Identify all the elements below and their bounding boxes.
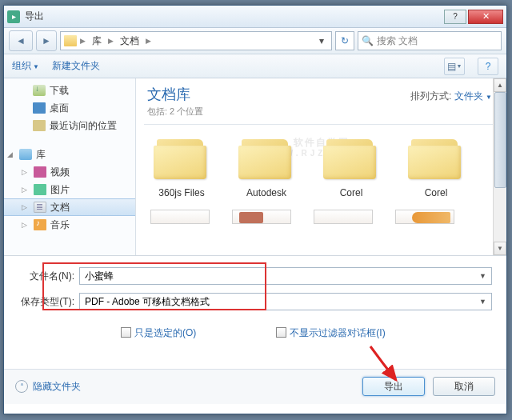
search-placeholder: 搜索 文档 <box>377 34 418 48</box>
no-filter-checkbox[interactable]: 不显示过滤器对话框(I) <box>276 326 385 340</box>
export-dialog: ▸ 导出 ? ✕ ◄ ► ▶ 库 ▶ 文档 ▶ ▾ ↻ 🔍 搜索 文档 组织▼ … <box>3 5 507 414</box>
sidebar-item-pictures[interactable]: ▷图片 <box>4 181 135 198</box>
chevron-right-icon: ▶ <box>80 37 86 45</box>
toolbar: 组织▼ 新建文件夹 ▤▼ ? <box>4 54 506 78</box>
video-icon <box>34 166 46 178</box>
sort-row: 排列方式: 文件夹 ▼ <box>410 90 492 103</box>
pane-subtitle: 包括: 2 个位置 <box>147 106 495 118</box>
chevron-up-icon: ˄ <box>15 380 28 393</box>
sidebar-item-music[interactable]: ▷音乐 <box>4 216 135 234</box>
folder-icon <box>237 134 296 182</box>
address-dropdown-icon[interactable]: ▾ <box>315 35 328 46</box>
expand-icon[interactable]: ▷ <box>22 203 30 211</box>
search-input[interactable]: 🔍 搜索 文档 <box>358 31 502 50</box>
organize-menu[interactable]: 组织▼ <box>12 59 39 73</box>
folder-item[interactable]: Corel <box>320 134 382 198</box>
refresh-button[interactable]: ↻ <box>335 31 354 50</box>
scrollbar[interactable]: ▲ ▼ <box>493 78 506 255</box>
expand-icon[interactable]: ▷ <box>22 221 30 229</box>
filetype-label: 保存类型(T): <box>18 295 79 309</box>
sidebar-item-libraries[interactable]: ◢库 <box>4 146 135 163</box>
dropdown-icon[interactable]: ▼ <box>479 298 486 306</box>
folder-icon <box>64 35 77 46</box>
search-icon: 🔍 <box>362 35 374 46</box>
divider <box>144 124 498 125</box>
sidebar: 下载 桌面 最近访问的位置 ◢库 ▷视频 ▷图片 ▷文档 ▷音乐 <box>4 78 136 255</box>
window-title: 导出 <box>25 10 442 23</box>
chevron-right-icon: ▶ <box>146 37 151 45</box>
sidebar-item-documents[interactable]: ▷文档 <box>4 198 135 216</box>
nav-bar: ◄ ► ▶ 库 ▶ 文档 ▶ ▾ ↻ 🔍 搜索 文档 <box>4 28 506 54</box>
sidebar-item-videos[interactable]: ▷视频 <box>4 163 135 181</box>
scroll-down-button[interactable]: ▼ <box>494 242 506 255</box>
file-pane: 文档库 包括: 2 个位置 排列方式: 文件夹 ▼ 软件自学网 WWW.RJZX… <box>136 78 506 255</box>
breadcrumb-seg[interactable]: 文档 <box>117 33 142 50</box>
file-thumb[interactable] <box>232 210 291 224</box>
app-icon: ▸ <box>7 10 20 23</box>
file-thumb[interactable] <box>395 210 454 224</box>
folder-icon <box>322 134 381 182</box>
picture-icon <box>34 184 46 195</box>
recent-icon <box>33 120 46 131</box>
forward-button[interactable]: ► <box>36 30 57 51</box>
titlebar: ▸ 导出 ? ✕ <box>4 6 506 28</box>
document-icon <box>34 202 46 213</box>
dropdown-icon[interactable]: ▼ <box>479 272 486 280</box>
filename-label: 文件名(N): <box>18 270 79 283</box>
sort-dropdown[interactable]: 文件夹 ▼ <box>454 90 492 102</box>
library-icon <box>19 149 32 160</box>
filetype-select[interactable]: PDF - Adobe 可移植文档格式▼ <box>79 293 492 310</box>
checkbox-icon <box>121 327 131 338</box>
folder-item[interactable]: Corel <box>405 134 467 198</box>
filename-input[interactable]: 小蜜蜂▼ <box>79 267 492 285</box>
file-thumb[interactable] <box>314 210 373 224</box>
address-bar[interactable]: ▶ 库 ▶ 文档 ▶ ▾ <box>60 31 332 50</box>
breadcrumb-seg[interactable]: 库 <box>89 33 105 50</box>
new-folder-button[interactable]: 新建文件夹 <box>52 59 100 73</box>
file-thumb[interactable] <box>150 210 210 224</box>
sidebar-item-downloads[interactable]: 下载 <box>4 82 135 99</box>
expand-icon[interactable]: ◢ <box>7 150 15 158</box>
footer: ˄ 隐藏文件夹 导出 取消 <box>4 369 506 404</box>
music-icon <box>34 219 46 230</box>
help-icon[interactable]: ? <box>478 58 498 75</box>
folder-icon <box>152 134 211 182</box>
form-area: 文件名(N): 小蜜蜂▼ 保存类型(T): PDF - Adobe 可移植文档格… <box>4 256 506 369</box>
scroll-up-button[interactable]: ▲ <box>494 78 506 92</box>
sidebar-item-desktop[interactable]: 桌面 <box>4 99 135 117</box>
back-button[interactable]: ◄ <box>9 30 33 51</box>
desktop-icon <box>33 102 46 114</box>
close-button[interactable]: ✕ <box>468 10 503 24</box>
sidebar-item-recent[interactable]: 最近访问的位置 <box>4 117 135 134</box>
expand-icon[interactable]: ▷ <box>22 168 30 176</box>
hide-folders-link[interactable]: ˄ 隐藏文件夹 <box>15 380 81 394</box>
view-button[interactable]: ▤▼ <box>444 58 465 75</box>
folder-item[interactable]: Autodesk <box>235 134 298 198</box>
folder-item[interactable]: 360js Files <box>150 134 213 198</box>
chevron-right-icon: ▶ <box>108 37 114 45</box>
export-button[interactable]: 导出 <box>362 377 425 396</box>
checkbox-icon <box>276 327 286 338</box>
cancel-button[interactable]: 取消 <box>433 377 495 396</box>
download-icon <box>33 85 46 96</box>
folder-icon <box>406 134 466 182</box>
scroll-thumb[interactable] <box>494 92 506 188</box>
selected-only-checkbox[interactable]: 只是选定的(O) <box>121 326 196 340</box>
expand-icon[interactable]: ▷ <box>22 186 30 194</box>
help-button[interactable]: ? <box>444 10 466 24</box>
